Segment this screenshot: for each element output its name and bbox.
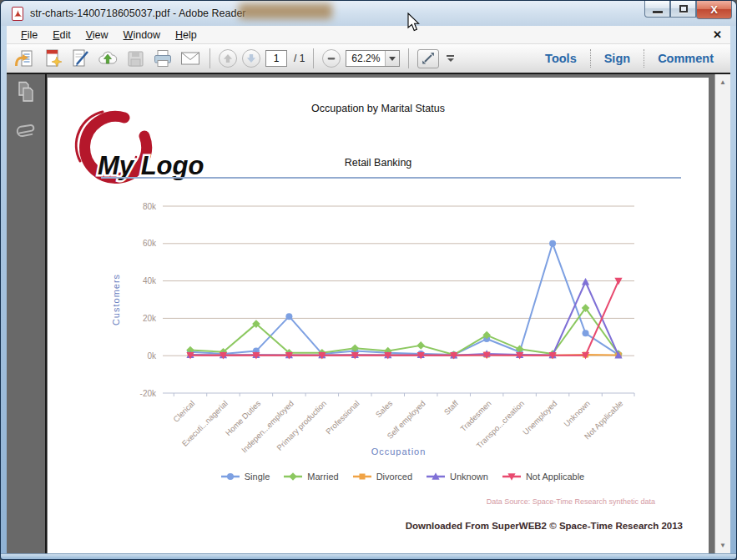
x-category-label: Staff bbox=[442, 398, 461, 416]
page-thumbnails-icon[interactable] bbox=[16, 81, 36, 103]
close-icon: X bbox=[710, 3, 718, 16]
zoom-level-value: 62.2% bbox=[346, 53, 385, 64]
save-icon bbox=[125, 48, 145, 68]
close-button[interactable]: X bbox=[696, 1, 732, 19]
y-tick-label: 0k bbox=[147, 351, 157, 361]
line-chart: 80k60k40k20k0k-20kClericalExecuti...nage… bbox=[98, 191, 682, 467]
legend-label: Divorced bbox=[376, 472, 412, 482]
x-axis-title: Occupation bbox=[371, 446, 427, 457]
zoom-out-button[interactable] bbox=[322, 49, 341, 68]
menu-items: FileEditViewWindowHelp bbox=[13, 28, 204, 43]
window-title: str-charts-1400718605037.pdf - Adobe Rea… bbox=[30, 8, 246, 19]
chevron-down-icon bbox=[447, 58, 454, 62]
page-total-label: / 1 bbox=[294, 53, 305, 64]
scroll-down-icon[interactable]: ▼ bbox=[715, 538, 730, 552]
toolbar-separator bbox=[209, 48, 210, 68]
legend-label: Single bbox=[245, 472, 270, 482]
x-category-label: Tradesmen bbox=[458, 399, 493, 434]
x-category-label: Sales bbox=[374, 398, 395, 419]
menu-item-window[interactable]: Window bbox=[116, 28, 168, 43]
email-icon bbox=[179, 48, 201, 68]
title-bar[interactable]: str-charts-1400718605037.pdf - Adobe Rea… bbox=[1, 1, 736, 26]
legend-item-single: Single bbox=[220, 472, 270, 482]
legend-marker-icon bbox=[283, 472, 303, 482]
save-button[interactable] bbox=[124, 48, 146, 69]
mouse-cursor bbox=[407, 13, 421, 33]
print-button[interactable] bbox=[151, 48, 174, 69]
toolbar-separator bbox=[313, 48, 314, 68]
legend-marker-icon bbox=[502, 472, 522, 482]
sign-document-button[interactable] bbox=[68, 48, 91, 69]
pdf-page: Occupation by Marital Status My Logo Ret… bbox=[48, 78, 709, 553]
attachments-paperclip-icon[interactable] bbox=[15, 119, 37, 143]
cloud-upload-button[interactable] bbox=[96, 48, 119, 69]
menu-item-view[interactable]: View bbox=[78, 28, 116, 43]
adobe-reader-window: str-charts-1400718605037.pdf - Adobe Rea… bbox=[0, 0, 737, 560]
tools-link[interactable]: Tools bbox=[537, 52, 585, 65]
legend-item-married: Married bbox=[283, 472, 338, 482]
menubar-close-icon[interactable]: ✕ bbox=[713, 28, 722, 41]
open-file-button[interactable] bbox=[13, 48, 36, 69]
print-icon bbox=[152, 48, 174, 68]
data-source-note: Data Source: Space-Time Research synthet… bbox=[487, 497, 655, 506]
navigation-pane bbox=[7, 74, 45, 553]
minimize-button[interactable] bbox=[644, 1, 670, 18]
download-footer: Downloaded From SuperWEB2 © Space-Time R… bbox=[406, 521, 683, 531]
x-category-label: Unemployed bbox=[521, 399, 558, 436]
x-category-label: Unknown bbox=[562, 399, 592, 429]
x-category-label: Clerical bbox=[171, 399, 196, 424]
legend-marker-icon bbox=[220, 472, 240, 482]
legend-item-not-applicable: Not Applicable bbox=[502, 472, 584, 482]
menu-item-edit[interactable]: Edit bbox=[45, 28, 78, 43]
minimize-icon bbox=[653, 11, 663, 13]
zoom-level-control[interactable]: 62.2% bbox=[346, 50, 400, 67]
y-tick-label: 60k bbox=[143, 239, 157, 248]
legend-item-divorced: Divorced bbox=[352, 472, 412, 482]
cloud-upload-icon bbox=[97, 48, 119, 68]
menu-item-file[interactable]: File bbox=[13, 28, 45, 43]
toolbar-dotted-separator bbox=[644, 49, 644, 68]
fit-window-icon bbox=[421, 51, 436, 66]
comment-link[interactable]: Comment bbox=[649, 52, 722, 65]
scroll-up-icon[interactable]: ▲ bbox=[715, 75, 730, 89]
toolbar-separator bbox=[408, 48, 409, 68]
legend-item-unknown: Unknown bbox=[426, 472, 488, 482]
y-tick-label: 80k bbox=[143, 202, 157, 211]
y-tick-label: 20k bbox=[143, 314, 157, 323]
email-button[interactable] bbox=[179, 48, 201, 69]
sign-link[interactable]: Sign bbox=[596, 52, 639, 65]
chart-legend: SingleMarriedDivorcedUnknownNot Applicab… bbox=[48, 472, 709, 482]
toolbar-overflow-button[interactable] bbox=[444, 55, 457, 62]
y-tick-label: -20k bbox=[140, 389, 157, 398]
series-line-married bbox=[190, 308, 618, 355]
restore-button[interactable] bbox=[670, 1, 696, 18]
x-category-label: Professional bbox=[324, 399, 361, 436]
blurred-region bbox=[239, 3, 332, 19]
create-pdf-button[interactable] bbox=[41, 48, 63, 69]
window-bottom-border bbox=[1, 553, 736, 560]
fit-window-button[interactable] bbox=[417, 49, 439, 68]
previous-page-button[interactable] bbox=[219, 49, 237, 68]
vertical-scrollbar[interactable]: ▲ ▼ bbox=[714, 74, 730, 553]
toolbar-dotted-separator bbox=[590, 49, 591, 68]
menu-item-help[interactable]: Help bbox=[168, 28, 204, 43]
next-page-button[interactable] bbox=[242, 49, 260, 68]
header-rule bbox=[101, 177, 681, 179]
page-number-input[interactable] bbox=[265, 50, 287, 67]
legend-marker-icon bbox=[426, 472, 446, 482]
zoom-dropdown-button[interactable] bbox=[385, 51, 399, 66]
y-tick-label: 40k bbox=[143, 276, 157, 285]
series-line-single bbox=[190, 244, 618, 355]
document-area: Occupation by Marital Status My Logo Ret… bbox=[47, 74, 730, 553]
previous-page-icon bbox=[221, 52, 235, 65]
legend-label: Unknown bbox=[450, 472, 488, 482]
open-file-icon bbox=[14, 48, 36, 68]
create-pdf-icon bbox=[43, 48, 63, 68]
report-subtitle: Retail Banking bbox=[48, 157, 709, 169]
legend-label: Not Applicable bbox=[526, 472, 584, 482]
y-axis-title: Customers bbox=[111, 274, 121, 325]
next-page-icon bbox=[245, 52, 258, 65]
toolbar-overflow-icon bbox=[447, 55, 454, 57]
restore-icon bbox=[679, 5, 688, 13]
chevron-down-icon bbox=[389, 57, 396, 61]
